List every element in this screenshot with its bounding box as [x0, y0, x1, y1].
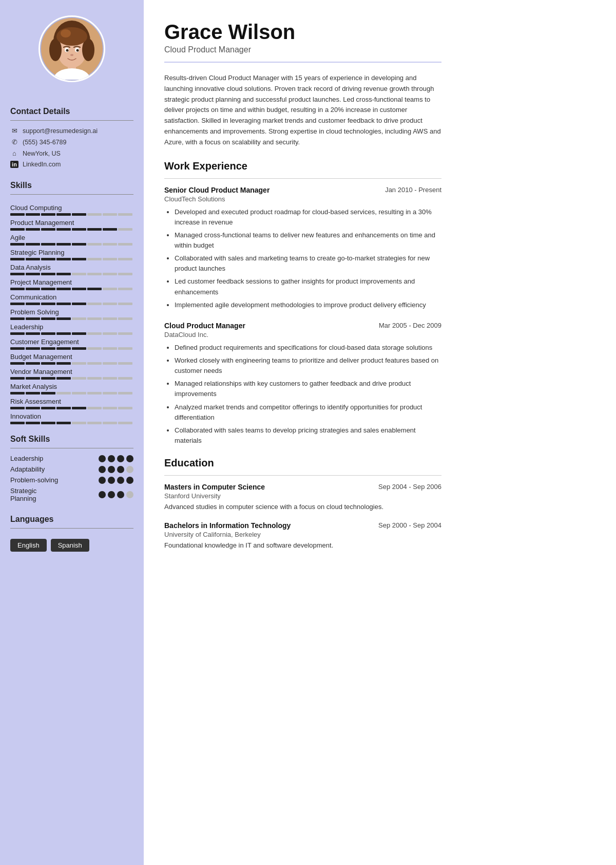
soft-skill-row-1: Adaptability — [10, 465, 133, 473]
contact-divider — [10, 120, 133, 121]
soft-skill-dots-0 — [99, 455, 133, 462]
skill-name-7: Problem Solving — [10, 308, 133, 316]
soft-skill-dots-3 — [99, 491, 133, 498]
soft-skill-dots-1 — [99, 466, 133, 473]
skill-bar-1 — [10, 228, 133, 231]
main-content: Grace Wilson Cloud Product Manager Resul… — [144, 0, 462, 865]
contact-linkedin-text: LinkedIn.com — [23, 161, 61, 168]
skill-bar-3 — [10, 258, 133, 260]
skill-name-13: Risk Assessment — [10, 398, 133, 405]
skill-name-1: Product Management — [10, 219, 133, 227]
email-icon: ✉ — [10, 127, 18, 135]
skill-name-8: Leadership — [10, 323, 133, 331]
candidate-name: Grace Wilson — [164, 21, 441, 43]
sidebar: Contact Details ✉ support@resumedesign.a… — [0, 0, 144, 865]
exp-job-title-1: Cloud Product Manager — [164, 322, 245, 330]
skill-name-0: Cloud Computing — [10, 204, 133, 212]
language-tag-0: English — [10, 539, 47, 552]
edu-degree-1: Bachelors in Information Technology — [164, 521, 291, 530]
soft-skills-list: LeadershipAdaptabilityProblem-solvingStr… — [10, 455, 133, 505]
exp-bullet-0-0: Developed and executed product roadmap f… — [175, 207, 441, 228]
edu-desc-1: Foundational knowledge in IT and softwar… — [164, 540, 441, 551]
contact-email-text: support@resumedesign.ai — [23, 127, 98, 135]
contact-location: ⌂ NewYork, US — [10, 149, 98, 157]
svg-point-10 — [76, 49, 79, 52]
skill-name-2: Agile — [10, 234, 133, 241]
education-heading: Education — [164, 457, 441, 469]
skill-name-4: Data Analysis — [10, 264, 133, 271]
languages-section-title: Languages — [10, 515, 53, 524]
skill-bar-8 — [10, 332, 133, 335]
skill-name-11: Vendor Management — [10, 368, 133, 375]
candidate-title: Cloud Product Manager — [164, 45, 441, 54]
work-exp-block-0: Senior Cloud Product ManagerJan 2010 - P… — [164, 186, 441, 310]
edu-header-1: Bachelors in Information TechnologySep 2… — [164, 521, 441, 530]
soft-skill-row-2: Problem-solving — [10, 476, 133, 484]
edu-block-0: Masters in Computer ScienceSep 2004 - Se… — [164, 483, 441, 512]
skill-bar-4 — [10, 273, 133, 275]
work-experience-list: Senior Cloud Product ManagerJan 2010 - P… — [164, 186, 441, 446]
skill-bar-13 — [10, 407, 133, 409]
soft-skill-dots-2 — [99, 477, 133, 484]
work-exp-block-1: Cloud Product ManagerMar 2005 - Dec 2009… — [164, 322, 441, 446]
soft-skill-row-0: Leadership — [10, 455, 133, 462]
language-tag-1: Spanish — [51, 539, 89, 552]
phone-icon: ✆ — [10, 138, 18, 146]
exp-company-0: CloudTech Solutions — [164, 195, 441, 203]
skill-bar-12 — [10, 392, 133, 394]
avatar-wrapper — [10, 15, 133, 82]
avatar — [38, 15, 105, 82]
skill-name-14: Innovation — [10, 412, 133, 420]
skill-bar-2 — [10, 243, 133, 246]
contact-list: ✉ support@resumedesign.ai ✆ (555) 345-67… — [10, 127, 98, 172]
svg-point-11 — [70, 54, 73, 56]
contact-phone: ✆ (555) 345-6789 — [10, 138, 98, 146]
exp-company-1: DataCloud Inc. — [164, 331, 441, 339]
exp-bullet-0-1: Managed cross-functional teams to delive… — [175, 230, 441, 251]
skill-bar-14 — [10, 422, 133, 424]
contact-section-title: Contact Details — [10, 107, 70, 116]
soft-skill-name-1: Adaptability — [10, 465, 45, 473]
svg-point-6 — [61, 29, 71, 37]
svg-point-5 — [56, 27, 87, 46]
svg-point-9 — [66, 49, 69, 52]
skill-name-12: Market Analysis — [10, 383, 133, 390]
skill-name-6: Communication — [10, 293, 133, 301]
soft-skill-row-3: Strategic Planning — [10, 487, 133, 502]
skill-name-10: Budget Management — [10, 353, 133, 361]
skill-name-9: Customer Engagement — [10, 338, 133, 346]
exp-bullet-1-0: Defined product requirements and specifi… — [175, 343, 441, 353]
exp-date-0: Jan 2010 - Present — [385, 186, 441, 194]
exp-bullets-0: Developed and executed product roadmap f… — [164, 207, 441, 310]
exp-bullet-0-4: Implemented agile development methodolog… — [175, 300, 441, 310]
contact-location-text: NewYork, US — [23, 150, 61, 157]
skill-bar-10 — [10, 362, 133, 365]
contact-phone-text: (555) 345-6789 — [23, 139, 66, 146]
education-divider — [164, 475, 441, 476]
exp-date-1: Mar 2005 - Dec 2009 — [379, 322, 441, 329]
skills-section-title: Skills — [10, 181, 32, 190]
education-list: Masters in Computer ScienceSep 2004 - Se… — [164, 483, 441, 550]
skill-bar-9 — [10, 347, 133, 350]
skills-divider — [10, 194, 133, 195]
exp-bullets-1: Defined product requirements and specifi… — [164, 343, 441, 446]
linkedin-icon: in — [10, 161, 18, 168]
edu-desc-0: Advanced studies in computer science wit… — [164, 502, 441, 512]
soft-skills-section-title: Soft Skills — [10, 435, 50, 444]
exp-bullet-1-4: Collaborated with sales teams to develop… — [175, 425, 441, 446]
work-experience-heading: Work Experience — [164, 160, 441, 172]
skill-bar-0 — [10, 213, 133, 216]
contact-linkedin: in LinkedIn.com — [10, 161, 98, 168]
location-icon: ⌂ — [10, 149, 18, 157]
soft-skill-name-2: Problem-solving — [10, 476, 58, 484]
soft-skills-divider — [10, 448, 133, 448]
summary-text: Results-driven Cloud Product Manager wit… — [164, 73, 441, 148]
exp-bullet-1-1: Worked closely with engineering teams to… — [175, 355, 441, 376]
exp-header-0: Senior Cloud Product ManagerJan 2010 - P… — [164, 186, 441, 194]
exp-bullet-0-2: Collaborated with sales and marketing te… — [175, 253, 441, 274]
language-tags: EnglishSpanish — [10, 539, 89, 552]
skills-list: Cloud ComputingProduct ManagementAgileSt… — [10, 201, 133, 425]
exp-bullet-1-3: Analyzed market trends and competitor of… — [175, 402, 441, 423]
exp-job-title-0: Senior Cloud Product Manager — [164, 186, 270, 194]
edu-header-0: Masters in Computer ScienceSep 2004 - Se… — [164, 483, 441, 491]
